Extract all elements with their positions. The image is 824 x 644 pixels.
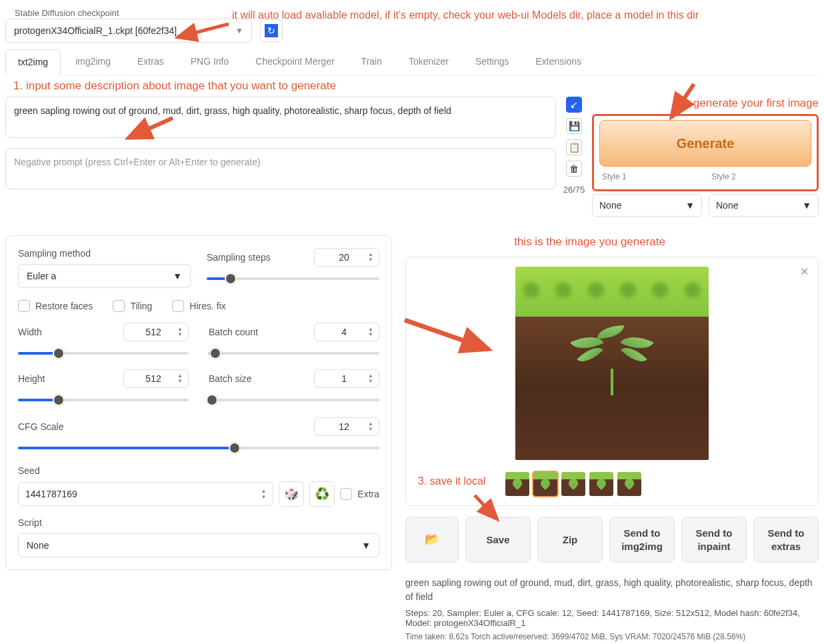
settings-panel: Sampling method Euler a ▼ Sampling steps… bbox=[5, 235, 392, 570]
style2-select[interactable]: None ▼ bbox=[709, 194, 819, 217]
batch-count-value: 4 bbox=[320, 327, 368, 337]
tiling-checkbox[interactable]: Tiling bbox=[113, 300, 152, 312]
thumbnail-1[interactable] bbox=[505, 472, 529, 496]
save-prompt-button[interactable]: 💾 bbox=[566, 118, 582, 134]
sampling-steps-slider[interactable] bbox=[207, 272, 379, 285]
style2-value: None bbox=[716, 200, 738, 211]
tab-extensions[interactable]: Extensions bbox=[524, 49, 593, 75]
sampling-steps-label: Sampling steps bbox=[207, 252, 271, 263]
close-icon[interactable]: ✕ bbox=[800, 265, 809, 278]
sampling-method-value: Euler a bbox=[27, 271, 56, 281]
svg-line-7 bbox=[405, 320, 489, 349]
tab-ckpt-merger[interactable]: Checkpoint Merger bbox=[243, 49, 346, 75]
style1-label: Style 1 bbox=[599, 172, 702, 181]
seed-reuse-button[interactable]: ♻️ bbox=[309, 481, 335, 507]
send-extras-button[interactable]: Send to extras bbox=[753, 517, 819, 563]
result-time: Time taken: 8.62s Torch active/reserved:… bbox=[405, 632, 819, 641]
annotation-step3: 3. save it local bbox=[418, 475, 485, 487]
apply-arrow-button[interactable]: ↙ bbox=[566, 97, 582, 113]
chevron-down-icon: ▼ bbox=[173, 271, 182, 281]
sampling-steps-input[interactable]: 20▲▼ bbox=[314, 248, 379, 267]
width-label: Width bbox=[18, 327, 42, 337]
spinner-icon[interactable]: ▲▼ bbox=[368, 327, 373, 337]
tab-img2img[interactable]: img2img bbox=[63, 49, 123, 75]
result-meta: Steps: 20, Sampler: Euler a, CFG scale: … bbox=[405, 608, 819, 628]
style1-select[interactable]: None ▼ bbox=[592, 194, 702, 217]
batch-count-slider[interactable] bbox=[209, 347, 379, 360]
save-icon: 💾 bbox=[569, 121, 580, 131]
tab-settings[interactable]: Settings bbox=[463, 49, 521, 75]
seed-value: 1441787169 bbox=[25, 489, 77, 499]
chevron-down-icon: ▼ bbox=[802, 200, 811, 211]
annotation-mid: this is the image you generate bbox=[514, 235, 665, 249]
tab-extras[interactable]: Extras bbox=[125, 49, 176, 75]
spinner-icon[interactable]: ▲▼ bbox=[261, 488, 266, 500]
paste-button[interactable]: 📋 bbox=[566, 139, 582, 155]
batch-size-slider[interactable] bbox=[209, 393, 379, 407]
batch-size-input[interactable]: 1▲▼ bbox=[314, 369, 379, 388]
batch-count-label: Batch count bbox=[209, 327, 258, 337]
batch-count-input[interactable]: 4▲▼ bbox=[314, 323, 379, 341]
save-button[interactable]: Save bbox=[465, 517, 531, 563]
hires-fix-checkbox[interactable]: Hires. fix bbox=[172, 300, 225, 312]
restore-faces-checkbox[interactable]: Restore faces bbox=[18, 300, 93, 312]
height-input[interactable]: 512▲▼ bbox=[123, 369, 189, 388]
height-slider[interactable] bbox=[18, 393, 189, 407]
spinner-icon[interactable]: ▲▼ bbox=[177, 327, 183, 337]
refresh-checkpoint-button[interactable]: ↻ bbox=[260, 19, 283, 42]
style2-label: Style 2 bbox=[709, 172, 811, 181]
cfg-input[interactable]: 12▲▼ bbox=[314, 417, 379, 436]
height-value: 512 bbox=[129, 373, 177, 384]
folder-icon: 📂 bbox=[425, 533, 439, 546]
tab-train[interactable]: Train bbox=[349, 49, 394, 75]
tab-pnginfo[interactable]: PNG Info bbox=[179, 49, 241, 75]
script-value: None bbox=[27, 540, 49, 551]
checkpoint-value: protogenX34OfficialR_1.ckpt [60fe2f34] bbox=[14, 25, 177, 36]
negative-prompt-input[interactable] bbox=[5, 148, 556, 189]
output-main-image[interactable] bbox=[515, 267, 709, 460]
send-inpaint-button[interactable]: Send to inpaint bbox=[681, 517, 747, 563]
cfg-label: CFG Scale bbox=[18, 421, 63, 432]
thumbnail-3[interactable] bbox=[561, 472, 585, 496]
open-folder-button[interactable]: 📂 bbox=[405, 517, 459, 563]
script-select[interactable]: None ▼ bbox=[18, 533, 379, 557]
spinner-icon[interactable]: ▲▼ bbox=[368, 421, 373, 432]
width-slider[interactable] bbox=[18, 347, 189, 360]
annotation-step2: 2. generate your first image bbox=[592, 97, 819, 110]
checkpoint-select[interactable]: protogenX34OfficialR_1.ckpt [60fe2f34] ▼ bbox=[5, 19, 252, 43]
height-label: Height bbox=[18, 373, 45, 384]
thumbnail-2[interactable] bbox=[533, 472, 557, 496]
chevron-down-icon: ▼ bbox=[685, 200, 695, 211]
spinner-icon[interactable]: ▲▼ bbox=[368, 373, 373, 384]
tab-txt2img[interactable]: txt2img bbox=[5, 49, 61, 75]
tab-tokenizer[interactable]: Tokenizer bbox=[397, 49, 461, 75]
clear-button[interactable]: 🗑 bbox=[566, 161, 582, 177]
prompt-input[interactable] bbox=[5, 97, 556, 138]
batch-size-value: 1 bbox=[320, 373, 368, 384]
spinner-icon[interactable]: ▲▼ bbox=[177, 373, 183, 384]
clipboard-icon: 📋 bbox=[569, 142, 580, 153]
checkpoint-label: Stable Diffusion checkpoint bbox=[15, 8, 119, 18]
spinner-icon[interactable]: ▲▼ bbox=[368, 252, 373, 263]
cfg-value: 12 bbox=[320, 421, 368, 432]
main-tabs: txt2img img2img Extras PNG Info Checkpoi… bbox=[5, 49, 819, 75]
cfg-slider[interactable] bbox=[18, 441, 379, 455]
generate-button[interactable]: Generate bbox=[599, 120, 811, 167]
seed-random-button[interactable]: 🎲 bbox=[279, 481, 304, 507]
style1-value: None bbox=[599, 200, 621, 211]
width-value: 512 bbox=[129, 327, 177, 337]
thumbnail-4[interactable] bbox=[589, 472, 613, 496]
annotation-top: it will auto load avaliable model, if it… bbox=[232, 9, 699, 21]
seed-extra-label: Extra bbox=[357, 489, 379, 499]
thumbnail-5[interactable] bbox=[617, 472, 641, 496]
trash-icon: 🗑 bbox=[569, 163, 579, 174]
width-input[interactable]: 512▲▼ bbox=[123, 323, 189, 341]
send-img2img-button[interactable]: Send to img2img bbox=[609, 517, 675, 563]
token-count: 26/75 bbox=[563, 185, 585, 195]
seed-input[interactable]: 1441787169 ▲▼ bbox=[18, 482, 273, 506]
seed-extra-checkbox[interactable]: Extra bbox=[340, 488, 379, 500]
sampling-method-select[interactable]: Euler a ▼ bbox=[18, 264, 191, 288]
generate-box: Generate Style 1 Style 2 bbox=[592, 114, 819, 191]
zip-button[interactable]: Zip bbox=[537, 517, 603, 563]
output-panel: ✕ 3. save it local bbox=[405, 257, 819, 506]
